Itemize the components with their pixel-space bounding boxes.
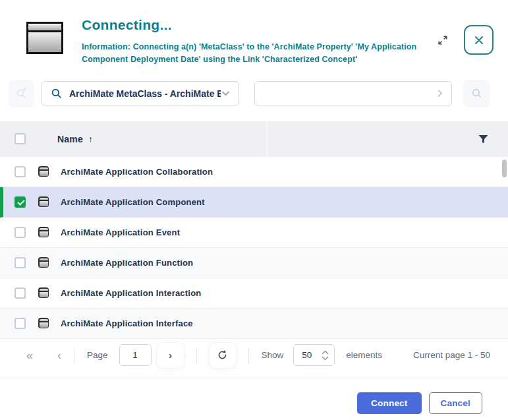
name-column-label: Name [57, 134, 83, 144]
next-page-button[interactable]: › [157, 343, 184, 368]
show-label: Show [262, 350, 284, 360]
table-header: Name ↑ [0, 121, 508, 157]
pagination-divider [196, 347, 197, 363]
pagination-divider [74, 347, 74, 363]
pagination-divider [248, 347, 249, 363]
row-checkbox[interactable] [14, 166, 26, 177]
elements-label: elements [346, 350, 382, 360]
filter-funnel-icon[interactable] [478, 135, 488, 143]
metaclass-row-icon [38, 196, 49, 207]
chevron-right-icon: › [169, 349, 172, 361]
previous-page-button[interactable]: ‹ [57, 349, 61, 361]
metaclass-row-icon [38, 318, 49, 328]
search-scope-icon [51, 88, 63, 100]
row-label: ArchiMate Application Component [61, 197, 205, 207]
metaclass-icon [26, 22, 63, 54]
advanced-search-button[interactable] [9, 80, 34, 107]
connect-button[interactable]: Connect [357, 392, 421, 414]
page-number-input[interactable] [119, 344, 152, 366]
row-checkbox[interactable] [14, 227, 26, 238]
header-text: Connecting... Information: Connecting a(… [82, 16, 436, 67]
pagination-bar: « ‹ Page › Show 50 [0, 339, 508, 372]
row-label: ArchiMate Application Function [61, 258, 193, 268]
vertical-scrollbar[interactable] [502, 160, 507, 177]
connect-dialog: Connecting... Information: Connecting a(… [0, 0, 508, 420]
metaclass-selector-value: ArchiMate MetaClass - ArchiMate El [69, 88, 221, 99]
select-all-checkbox[interactable] [14, 133, 26, 144]
filter-input[interactable] [263, 88, 435, 99]
row-checkbox[interactable] [14, 257, 26, 268]
sort-ascending-icon: ↑ [88, 134, 93, 144]
row-label: ArchiMate Application Interface [61, 318, 193, 328]
table-body: ArchiMate Application Collaboration Arch… [0, 157, 508, 339]
table-row[interactable]: ArchiMate Application Function [0, 248, 508, 278]
search-button[interactable] [463, 80, 490, 107]
close-button[interactable] [464, 25, 494, 55]
dialog-info-text: Information: Connecting a(n) 'MetaClass'… [82, 41, 436, 67]
spinner-chevrons[interactable] [321, 350, 329, 361]
chevron-down-icon [221, 88, 231, 98]
row-label: ArchiMate Application Interaction [61, 288, 201, 298]
row-checkbox[interactable] [14, 287, 26, 299]
first-page-button[interactable]: « [26, 349, 33, 361]
column-divider [266, 121, 268, 157]
table-row[interactable]: ArchiMate Application Event [0, 218, 508, 248]
metaclass-selector-dropdown[interactable]: ArchiMate MetaClass - ArchiMate El [42, 81, 239, 106]
metaclass-row-icon [38, 166, 49, 177]
dialog-header: Connecting... Information: Connecting a(… [0, 0, 508, 67]
metaclass-icon-top [28, 24, 61, 30]
metaclass-icon-bottom [28, 32, 61, 52]
chevron-down-icon [321, 356, 329, 361]
metaclass-row-icon [38, 287, 49, 298]
table-row[interactable]: ArchiMate Application Interaction [0, 278, 508, 309]
close-icon [474, 35, 484, 45]
filter-input-wrap [254, 81, 452, 106]
refresh-button[interactable] [210, 343, 236, 368]
page-size-spinner[interactable]: 50 [293, 344, 335, 366]
header-actions [436, 25, 494, 55]
row-checkbox[interactable] [14, 196, 26, 208]
expand-icon [437, 34, 449, 46]
search-icon [470, 87, 483, 100]
metaclass-row-icon [38, 227, 49, 237]
metaclass-table: Name ↑ ArchiMate Application Collaborati… [0, 121, 508, 339]
table-row[interactable]: ArchiMate Application Component [0, 187, 508, 218]
expand-dialog-button[interactable] [436, 33, 450, 47]
page-label: Page [87, 350, 108, 360]
row-checkbox[interactable] [14, 318, 26, 329]
dialog-title: Connecting... [82, 17, 436, 33]
refresh-icon [217, 349, 228, 361]
dialog-footer: Connect Cancel [0, 378, 508, 414]
page-size-value: 50 [302, 350, 321, 360]
search-toolbar: ArchiMate MetaClass - ArchiMate El [9, 80, 490, 107]
chevron-right-icon[interactable] [435, 88, 445, 98]
chevron-up-icon [321, 350, 329, 355]
name-column-header[interactable]: Name ↑ [57, 134, 93, 144]
table-row[interactable]: ArchiMate Application Interface [0, 309, 508, 339]
row-label: ArchiMate Application Event [61, 227, 180, 237]
current-page-range: Current page 1 - 50 [413, 350, 490, 360]
row-label: ArchiMate Application Collaboration [61, 167, 213, 177]
table-row[interactable]: ArchiMate Application Collaboration [0, 157, 508, 187]
cancel-button[interactable]: Cancel [429, 392, 482, 414]
search-plus-icon [15, 87, 28, 100]
metaclass-row-icon [38, 257, 49, 268]
